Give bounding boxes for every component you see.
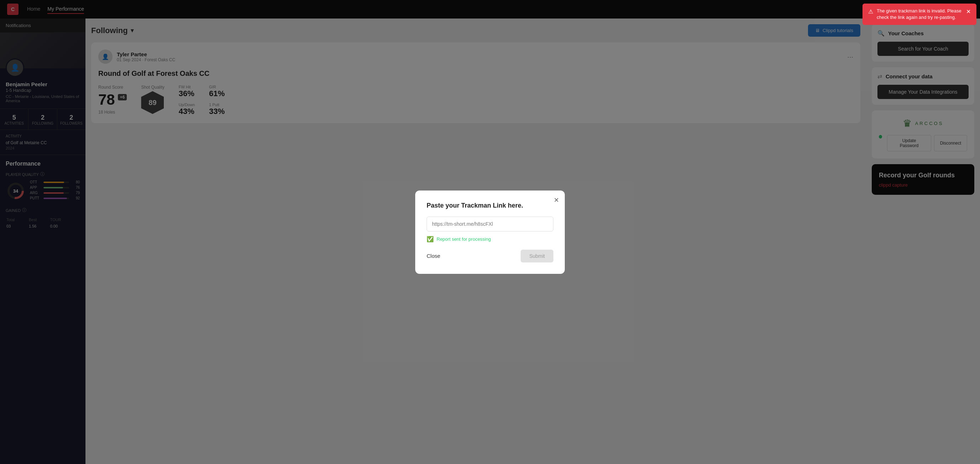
modal-actions: Close Submit bbox=[426, 249, 554, 262]
trackman-link-input[interactable] bbox=[426, 216, 554, 232]
modal-close-button[interactable]: Close bbox=[426, 253, 440, 259]
warning-icon: ⚠ bbox=[868, 8, 873, 16]
modal-title: Paste your Trackman Link here. bbox=[426, 202, 554, 210]
trackman-modal: Paste your Trackman Link here. ✕ ✅ Repor… bbox=[415, 191, 565, 274]
modal-close-icon[interactable]: ✕ bbox=[554, 196, 559, 204]
error-toast: ⚠ The given trackman link is invalid. Pl… bbox=[862, 3, 977, 25]
error-toast-message: The given trackman link is invalid. Plea… bbox=[877, 8, 963, 21]
modal-submit-button[interactable]: Submit bbox=[520, 249, 554, 262]
success-text: Report sent for processing bbox=[437, 237, 491, 242]
check-icon: ✅ bbox=[426, 236, 434, 243]
modal-overlay: Paste your Trackman Link here. ✕ ✅ Repor… bbox=[0, 0, 980, 464]
modal-success-message: ✅ Report sent for processing bbox=[426, 236, 554, 243]
error-toast-close[interactable]: ✕ bbox=[966, 8, 971, 16]
